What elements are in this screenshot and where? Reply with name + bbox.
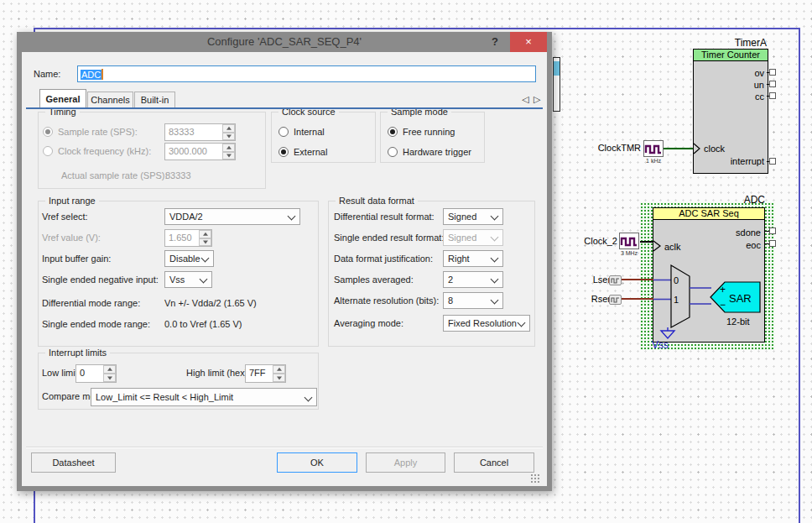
apply-button[interactable]: Apply — [366, 452, 445, 473]
timer-pin-cc[interactable]: cc — [755, 92, 764, 102]
chevron-down-icon — [491, 296, 499, 305]
buffer-gain-combo[interactable]: Disable — [164, 250, 214, 267]
chevron-down-icon — [491, 254, 499, 263]
high-limit-spinner[interactable]: 7FF — [245, 364, 286, 383]
clock2-wire[interactable] — [640, 241, 653, 243]
rsens-pin-terminal-icon[interactable] — [609, 295, 622, 305]
neg-input-combo[interactable]: Vss — [164, 271, 212, 288]
averaging-mode-combo[interactable]: Fixed Resolution — [443, 315, 530, 332]
schematic-canvas[interactable]: TimerA Timer Counter ov un cc clock inte… — [0, 0, 812, 523]
clock2-frequency: 3 MHz — [618, 250, 640, 256]
close-icon[interactable]: × — [510, 32, 547, 52]
spin-up-icon[interactable] — [199, 230, 211, 238]
clocktmr-waveform-icon[interactable] — [643, 140, 664, 157]
diff-range-label: Differential mode range: — [42, 298, 140, 308]
adc-header: ADC SAR Seq — [653, 207, 765, 220]
resize-grip[interactable] — [530, 473, 540, 484]
free-running-radio[interactable] — [388, 127, 398, 137]
compare-mode-combo[interactable]: Low_Limit <= Result < High_Limit — [91, 388, 317, 406]
samples-averaged-value: 2 — [448, 275, 453, 285]
spin-up-icon[interactable] — [273, 365, 285, 374]
diff-format-combo[interactable]: Signed — [443, 208, 503, 225]
help-icon[interactable]: ? — [488, 32, 502, 52]
hardware-trigger-label: Hardware trigger — [403, 147, 471, 157]
clock-input-chevron-icon — [693, 143, 701, 154]
timer-pin-clock[interactable]: clock — [704, 144, 725, 154]
spin-down-icon[interactable] — [103, 374, 116, 382]
clocktmr-wire[interactable] — [664, 148, 693, 149]
tab-channels[interactable]: Channels — [87, 92, 133, 107]
sample-rate-spinner[interactable]: 83333 — [164, 123, 236, 141]
spin-down-icon[interactable] — [273, 374, 285, 382]
name-input[interactable]: ADC — [77, 65, 536, 82]
samples-averaged-label: Samples averaged: — [334, 275, 414, 285]
buffer-gain-value: Disable — [169, 254, 200, 264]
spin-down-icon[interactable] — [199, 238, 211, 247]
clock-source-external-radio[interactable] — [278, 147, 289, 157]
clock-frequency-radio[interactable] — [43, 146, 53, 156]
lsens-wire[interactable] — [622, 279, 653, 280]
spin-down-icon[interactable] — [222, 133, 235, 141]
clock-source-external-label: External — [294, 147, 327, 157]
neg-input-label: Single ended negative input: — [42, 275, 159, 285]
vref-value-spinner[interactable]: 1.650 — [164, 229, 212, 247]
name-label: Name: — [34, 69, 60, 79]
samples-averaged-combo[interactable]: 2 — [443, 271, 503, 288]
spin-up-icon[interactable] — [222, 124, 235, 133]
tab-built-in[interactable]: Built-in — [134, 92, 175, 107]
spin-up-icon[interactable] — [103, 365, 116, 374]
low-limit-spinner[interactable]: 0 — [75, 364, 117, 383]
datasheet-button[interactable]: Datasheet — [31, 452, 116, 473]
chevron-down-icon — [491, 212, 499, 221]
tab-general[interactable]: General — [39, 89, 86, 107]
button-separator — [26, 447, 543, 448]
averaging-mode-label: Averaging mode: — [334, 318, 403, 328]
low-limit-value: 0 — [80, 368, 85, 378]
adc-component[interactable]: ADC SAR Seq aclk sdone eoc — [653, 207, 765, 343]
timer-component[interactable]: Timer Counter ov un cc clock interrupt — [693, 49, 768, 174]
clock-source-internal-radio[interactable] — [278, 127, 289, 137]
adc-pin-eoc[interactable]: eoc — [746, 240, 761, 250]
ok-button[interactable]: OK — [277, 452, 357, 473]
terminal-interrupt[interactable] — [769, 158, 776, 165]
hardware-trigger-radio[interactable] — [388, 147, 398, 157]
justification-combo[interactable]: Right — [443, 250, 503, 267]
adc-pin-sdone[interactable]: sdone — [736, 228, 761, 238]
cancel-button[interactable]: Cancel — [454, 452, 534, 473]
spin-down-icon[interactable] — [222, 152, 235, 160]
chevron-down-icon — [491, 233, 499, 242]
text-caret — [102, 69, 103, 80]
rsens-wire[interactable] — [622, 298, 653, 300]
terminal-ov[interactable] — [769, 69, 776, 76]
terminal-cc[interactable] — [769, 92, 776, 99]
timer-pin-un[interactable]: un — [754, 80, 764, 90]
alt-resolution-combo[interactable]: 8 — [443, 292, 503, 309]
spin-up-icon[interactable] — [222, 144, 235, 152]
timer-pin-interrupt[interactable]: interrupt — [731, 156, 764, 166]
timer-pin-ov[interactable]: ov — [754, 68, 764, 78]
clock2-waveform-icon[interactable] — [619, 233, 639, 249]
tab-scroll-right-icon[interactable]: ▷ — [534, 94, 540, 105]
vref-select-value: VDDA/2 — [169, 212, 203, 222]
actual-rate-value: 83333 — [165, 170, 191, 180]
configure-dialog[interactable]: Configure 'ADC_SAR_SEQ_P4' ? × Name: ADC… — [17, 32, 552, 491]
lsens-pin-terminal-icon[interactable] — [609, 275, 622, 285]
clock-frequency-spinner[interactable]: 3000.000 — [164, 143, 236, 160]
clocktmr-frequency: 1 kHz — [643, 158, 664, 164]
vref-select-combo[interactable]: VDDA/2 — [164, 208, 300, 225]
dialog-titlebar[interactable]: Configure 'ADC_SAR_SEQ_P4' ? × — [17, 32, 552, 52]
chevron-down-icon — [201, 254, 210, 263]
partially-hidden-component[interactable] — [553, 57, 560, 112]
sample-rate-radio[interactable] — [43, 127, 53, 137]
terminal-sdone[interactable] — [769, 228, 776, 234]
terminal-eoc[interactable] — [769, 240, 776, 247]
clocktmr-label: ClockTMR — [586, 143, 641, 153]
se-format-combo[interactable]: Signed — [443, 229, 503, 246]
high-limit-label: High limit (hex): — [186, 368, 250, 378]
tab-scroll-left-icon[interactable]: ◁ — [522, 94, 528, 105]
name-input-selected-text: ADC — [81, 70, 102, 80]
adc-pin-aclk[interactable]: aclk — [664, 242, 681, 252]
interrupt-limits-legend: Interrupt limits — [45, 348, 110, 358]
terminal-un[interactable] — [769, 81, 776, 87]
neg-input-value: Vss — [169, 275, 185, 285]
